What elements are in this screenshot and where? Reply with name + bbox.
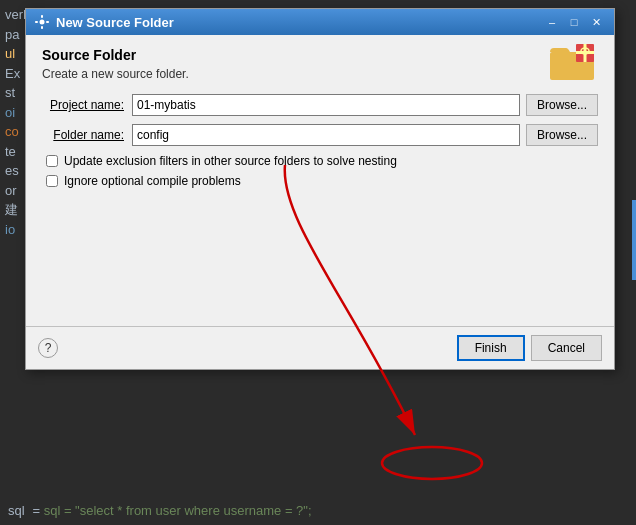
- checkbox-row-1: Update exclusion filters in other source…: [46, 154, 598, 168]
- close-button[interactable]: ✕: [586, 14, 606, 30]
- folder-browse-button[interactable]: Browse...: [526, 124, 598, 146]
- titlebar-buttons: – □ ✕: [542, 14, 606, 30]
- dialog-titlebar: New Source Folder – □ ✕: [26, 9, 614, 35]
- help-button[interactable]: ?: [38, 338, 58, 358]
- dialog-spacer: [42, 194, 598, 314]
- dialog-header-text: Source Folder Create a new source folder…: [42, 47, 189, 81]
- project-name-input[interactable]: [132, 94, 520, 116]
- svg-rect-1: [41, 15, 43, 18]
- footer-buttons: Finish Cancel: [457, 335, 602, 361]
- dialog-header: Source Folder Create a new source folder…: [42, 47, 598, 82]
- svg-rect-3: [35, 21, 38, 23]
- exclusion-filters-checkbox[interactable]: [46, 155, 58, 167]
- dialog-body: Source Folder Create a new source folder…: [26, 35, 614, 326]
- svg-rect-2: [41, 26, 43, 29]
- folder-name-label: Folder name:: [42, 128, 132, 142]
- project-name-label: Project name:: [42, 98, 132, 112]
- dialog-heading: Source Folder: [42, 47, 189, 63]
- dialog-icon: [34, 14, 50, 30]
- folder-name-input[interactable]: [132, 124, 520, 146]
- dialog-overlay: New Source Folder – □ ✕ Source Folder Cr…: [0, 0, 636, 525]
- svg-point-0: [40, 20, 45, 25]
- dialog-footer: ? Finish Cancel: [26, 326, 614, 369]
- cancel-button[interactable]: Cancel: [531, 335, 602, 361]
- new-source-folder-dialog: New Source Folder – □ ✕ Source Folder Cr…: [25, 8, 615, 370]
- project-name-row: Project name: Browse...: [42, 94, 598, 116]
- compile-problems-label: Ignore optional compile problems: [64, 174, 241, 188]
- maximize-button[interactable]: □: [564, 14, 584, 30]
- folder-name-row: Folder name: Browse...: [42, 124, 598, 146]
- project-browse-button[interactable]: Browse...: [526, 94, 598, 116]
- svg-rect-8: [584, 44, 587, 62]
- dialog-subtitle: Create a new source folder.: [42, 67, 189, 81]
- finish-button[interactable]: Finish: [457, 335, 525, 361]
- svg-rect-4: [46, 21, 49, 23]
- exclusion-filters-label: Update exclusion filters in other source…: [64, 154, 397, 168]
- checkbox-row-2: Ignore optional compile problems: [46, 174, 598, 188]
- dialog-title: New Source Folder: [56, 15, 542, 30]
- compile-problems-checkbox[interactable]: [46, 175, 58, 187]
- minimize-button[interactable]: –: [542, 14, 562, 30]
- folder-icon: [550, 42, 598, 82]
